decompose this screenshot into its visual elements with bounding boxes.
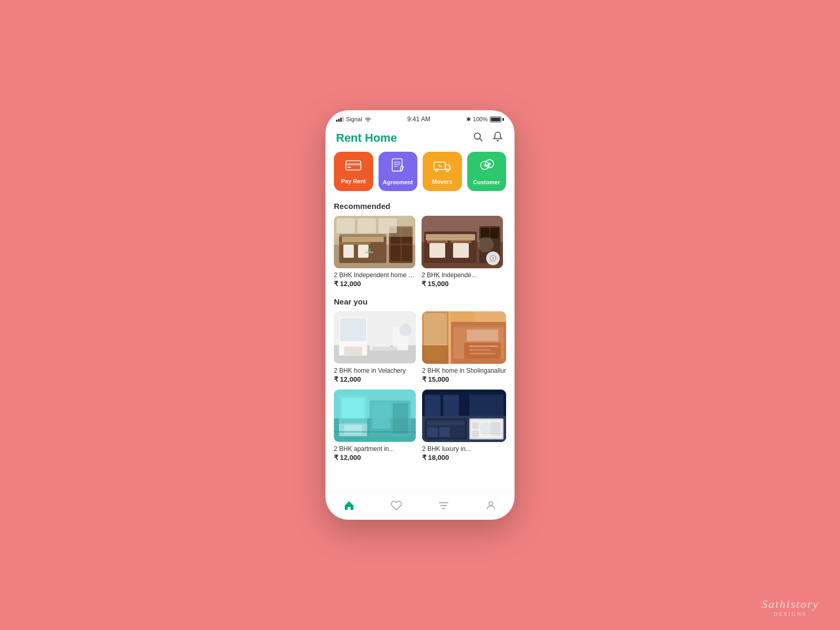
nav-profile[interactable] [477,498,505,513]
svg-rect-48 [490,228,499,238]
svg-rect-24 [343,245,354,258]
property-card-near2[interactable]: 2 BHK home in Sholinganallur ₹ 15,000 [422,311,506,383]
nav-home[interactable] [335,498,363,513]
svg-point-17 [488,163,491,165]
svg-line-2 [480,139,482,141]
filter-icon [438,500,449,511]
svg-rect-5 [348,166,351,167]
battery-icon [490,117,504,122]
near-you-section: Near you [326,295,514,468]
svg-rect-70 [467,330,498,341]
svg-rect-47 [481,228,489,238]
bottom-nav [326,492,514,520]
svg-rect-99 [490,422,501,435]
action-customer[interactable]: Customer [467,152,507,191]
background: Signal 9:41 AM ✱ 100% [0,0,840,630]
near-you-title: Near you [326,295,514,311]
svg-rect-36 [365,251,373,253]
svg-rect-22 [342,237,384,242]
search-button[interactable] [471,130,484,145]
svg-rect-26 [358,245,369,258]
property-name-near2: 2 BHK home in Sholinganallur [422,367,506,374]
svg-rect-33 [337,218,355,233]
quick-actions: Pay Rent Agreement [326,152,514,200]
svg-rect-43 [429,243,445,258]
svg-rect-91 [427,421,464,425]
pay-rent-label: Pay Rent [341,178,366,185]
svg-rect-81 [372,403,390,429]
svg-rect-79 [342,398,365,418]
svg-rect-101 [443,395,459,416]
property-price-near2: ₹ 15,000 [422,375,506,383]
property-price-near1: ₹ 12,000 [334,375,416,383]
property-price-rec2: ₹ 15,000 [422,280,503,288]
svg-rect-34 [358,218,376,233]
home-icon [343,500,355,511]
svg-rect-102 [469,395,503,416]
svg-rect-73 [469,353,496,354]
battery-percent: 100% [473,116,488,122]
customer-label: Customer [473,179,500,186]
nav-filter[interactable] [429,498,458,513]
svg-rect-23 [340,242,356,245]
search-icon [472,131,483,142]
agreement-label: Agreement [383,179,413,186]
svg-rect-55 [340,318,366,341]
signal-icon [336,117,344,122]
svg-rect-41 [426,234,475,240]
property-img-near3 [334,390,416,442]
property-img-near2 [422,311,506,364]
property-name-rec2: 2 BHK Independe... [422,271,503,279]
svg-rect-37 [368,248,371,251]
property-img-rec2 [422,216,503,268]
svg-rect-71 [469,345,498,347]
svg-rect-98 [472,430,479,437]
svg-rect-83 [344,425,362,435]
svg-rect-74 [425,347,445,360]
property-img-near4 [422,390,506,442]
recommended-scroll[interactable]: 2 BHK Independent home for rent ₹ 12,000 [326,216,514,295]
property-card-rec1[interactable]: 2 BHK Independent home for rent ₹ 12,000 [334,216,415,288]
property-card-near1[interactable]: 2 BHK home in Velachery ₹ 12,000 [334,311,416,383]
svg-rect-100 [425,395,440,416]
svg-rect-93 [439,427,450,437]
status-bar: Signal 9:41 AM ✱ 100% [326,110,514,126]
svg-point-15 [484,164,486,167]
svg-rect-42 [427,240,448,243]
watermark: Sathistory DESIGNS [762,597,819,617]
signal-label: Signal [346,116,362,122]
property-card-near4[interactable]: 2 BHK luxury in... ₹ 18,000 [422,390,506,461]
action-movers[interactable]: Movers [423,152,462,191]
svg-rect-97 [472,422,479,429]
svg-rect-45 [453,243,469,258]
recommended-title: Recommended [326,200,514,216]
property-name-near3: 2 BHK apartment in... [334,445,416,453]
customer-icon [479,158,495,175]
movers-icon [433,159,451,174]
property-price-near4: ₹ 18,000 [422,454,506,461]
svg-rect-60 [372,347,398,351]
svg-rect-65 [451,311,475,322]
svg-rect-59 [344,347,362,356]
status-left: Signal [336,116,372,122]
near-you-grid: 2 BHK home in Velachery ₹ 12,000 [326,311,514,468]
property-card-near3[interactable]: 2 BHK apartment in... ₹ 12,000 [334,390,416,461]
notification-button[interactable] [491,130,504,145]
svg-point-106 [489,502,492,506]
bell-icon [492,131,503,142]
svg-point-12 [446,169,449,172]
svg-rect-30 [391,245,401,261]
app-header: Rent Home [326,126,514,152]
heart-icon [391,500,402,511]
pay-rent-icon [345,159,362,174]
recommended-section: Recommended [326,200,514,295]
property-card-rec2[interactable]: 2 BHK Independe... ₹ 15,000 [422,216,503,288]
property-name-near4: 2 BHK luxury in... [422,445,506,453]
svg-rect-56 [370,322,390,351]
action-agreement[interactable]: Agreement [379,152,418,191]
action-pay-rent[interactable]: Pay Rent [334,152,373,191]
property-img-rec1 [334,216,415,268]
svg-rect-72 [469,349,490,351]
nav-favorites[interactable] [382,498,411,513]
status-right: ✱ 100% [466,116,504,123]
